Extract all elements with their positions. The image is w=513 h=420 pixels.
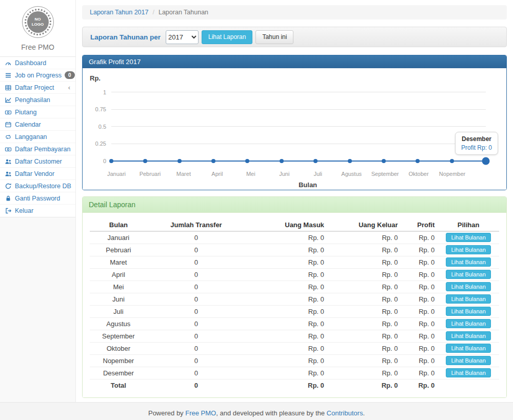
chart-zero-line <box>111 161 486 162</box>
lihat-bulanan-button[interactable]: Lihat Bulanan <box>446 282 490 291</box>
sidebar-item-daftar-pembayaran[interactable]: Daftar Pembayaran <box>0 143 75 155</box>
table-row: September 0 Rp. 0 Rp. 0 Rp. 0 Lihat Bula… <box>90 330 499 342</box>
profit-chart: Rp. 1 0.75 0.5 0.25 <box>83 68 506 190</box>
table-row: Mei 0 Rp. 0 Rp. 0 Rp. 0 Lihat Bulanan <box>90 281 499 293</box>
table-row: Desember 0 Rp. 0 Rp. 0 Rp. 0 Lihat Bulan… <box>90 367 499 379</box>
sidebar-item-label: Piutang <box>15 109 71 116</box>
cell-uang-masuk: Rp. 0 <box>245 293 327 305</box>
breadcrumb-link[interactable]: Laporan Tahun 2017 <box>90 9 148 16</box>
table-row: Januari 0 Rp. 0 Rp. 0 Rp. 0 Lihat Bulana… <box>90 231 499 244</box>
lihat-bulanan-button[interactable]: Lihat Bulanan <box>446 331 490 341</box>
main-content: Laporan Tahun 2017 / Laporan Tahunan Lap… <box>76 0 513 402</box>
sidebar-item-daftar-project[interactable]: Daftar Project ‹ <box>0 82 75 94</box>
lihat-bulanan-button[interactable]: Lihat Bulanan <box>446 270 490 279</box>
cell-uang-keluar: Rp. 0 <box>327 244 401 256</box>
free-pmo-link[interactable]: Free PMO <box>185 409 216 417</box>
sidebar-item-daftar-customer[interactable]: Daftar Customer <box>0 155 75 168</box>
data-point[interactable] <box>482 157 490 165</box>
logo-block: NO LOGO Free PMO <box>0 0 75 56</box>
sidebar-item-backup-restore-db[interactable]: Backup/Restore DB <box>0 180 75 192</box>
cell-profit: Rp. 0 <box>401 367 438 379</box>
x-axis-title: Bulan <box>116 181 499 189</box>
detail-panel-title: Detail Laporan <box>83 197 506 213</box>
contributors-link[interactable]: Contributors <box>327 409 363 417</box>
cell-uang-keluar: Rp. 0 <box>327 317 401 330</box>
table-row: Juni 0 Rp. 0 Rp. 0 Rp. 0 Lihat Bulanan <box>90 293 499 305</box>
money-icon <box>4 146 12 153</box>
x-axis-label: Pebruari <box>140 171 161 177</box>
filter-label: Laporan Tahunan per <box>90 33 161 41</box>
data-point[interactable] <box>245 159 249 163</box>
lihat-bulanan-button[interactable]: Lihat Bulanan <box>446 319 490 328</box>
lihat-bulanan-button[interactable]: Lihat Bulanan <box>446 368 490 377</box>
total-profit: Rp. 0 <box>401 379 438 391</box>
sidebar-item-penghasilan[interactable]: Penghasilan <box>0 94 75 106</box>
cell-jumlah-transfer: 0 <box>147 256 246 268</box>
sidebar-item-dashboard[interactable]: Dashboard <box>0 57 75 69</box>
lihat-bulanan-button[interactable]: Lihat Bulanan <box>446 356 490 365</box>
cell-uang-keluar: Rp. 0 <box>327 367 401 379</box>
col-bulan: Bulan <box>90 219 147 231</box>
dashboard-icon <box>4 59 12 67</box>
sidebar-item-daftar-vendor[interactable]: Daftar Vendor <box>0 168 75 180</box>
cell-bulan: Oktober <box>90 342 147 354</box>
table-row: Pebruari 0 Rp. 0 Rp. 0 Rp. 0 Lihat Bulan… <box>90 244 499 256</box>
sidebar-item-label: Ganti Password <box>15 195 71 202</box>
cell-uang-keluar: Rp. 0 <box>327 305 401 317</box>
sidebar-item-langganan[interactable]: Langganan <box>0 131 75 143</box>
data-point[interactable] <box>348 159 352 163</box>
table-total-row: Total 0 Rp. 0 Rp. 0 Rp. 0 <box>90 379 499 391</box>
lihat-laporan-button[interactable]: Lihat Laporan <box>202 30 252 44</box>
cell-uang-masuk: Rp. 0 <box>245 367 327 379</box>
logo-text: NO LOGO <box>32 17 44 28</box>
year-select[interactable]: 2017 <box>166 30 199 44</box>
lihat-bulanan-button[interactable]: Lihat Bulanan <box>446 294 490 304</box>
sidebar-item-job-on-progress[interactable]: Job on Progress 0 <box>0 69 75 82</box>
cell-jumlah-transfer: 0 <box>147 244 246 256</box>
cell-uang-masuk: Rp. 0 <box>245 231 327 244</box>
cell-jumlah-transfer: 0 <box>147 305 246 317</box>
cell-uang-masuk: Rp. 0 <box>245 342 327 354</box>
data-point[interactable] <box>280 159 284 163</box>
data-point[interactable] <box>211 159 215 163</box>
detail-report-panel: Detail Laporan Bulan Jumlah Transfer Uan… <box>82 196 507 398</box>
data-point[interactable] <box>450 159 454 163</box>
data-point[interactable] <box>143 159 147 163</box>
tahun-ini-button[interactable]: Tahun ini <box>255 30 293 44</box>
total-transfer: 0 <box>147 379 246 391</box>
data-point[interactable] <box>109 159 113 163</box>
cell-profit: Rp. 0 <box>401 305 438 317</box>
data-point[interactable] <box>416 159 420 163</box>
sidebar-item-keluar[interactable]: Keluar <box>0 205 75 217</box>
cell-uang-masuk: Rp. 0 <box>245 330 327 342</box>
cell-profit: Rp. 0 <box>401 256 438 268</box>
lihat-bulanan-button[interactable]: Lihat Bulanan <box>446 233 490 242</box>
sidebar-item-ganti-password[interactable]: Ganti Password <box>0 192 75 205</box>
lihat-bulanan-button[interactable]: Lihat Bulanan <box>446 344 490 353</box>
lihat-bulanan-button[interactable]: Lihat Bulanan <box>446 307 490 316</box>
cell-jumlah-transfer: 0 <box>147 293 246 305</box>
sidebar-item-label: Daftar Pembayaran <box>15 146 71 153</box>
sidebar-item-label: Job on Progress <box>15 72 62 79</box>
refresh-icon <box>4 183 12 190</box>
data-point[interactable] <box>313 159 318 163</box>
total-keluar: Rp. 0 <box>327 379 401 391</box>
x-axis-label: Nopember <box>439 171 465 177</box>
cell-profit: Rp. 0 <box>401 244 438 256</box>
footer: Powered by Free PMO, and developed with … <box>0 402 513 420</box>
cell-uang-masuk: Rp. 0 <box>245 268 327 281</box>
cell-jumlah-transfer: 0 <box>147 268 246 281</box>
data-point[interactable] <box>177 159 182 163</box>
sidebar-item-label: Daftar Vendor <box>15 170 71 177</box>
cell-bulan: Juli <box>90 305 147 317</box>
cell-bulan: Januari <box>90 231 147 244</box>
sidebar-item-calendar[interactable]: Calendar <box>0 118 75 131</box>
y-axis-tick: 0.25 <box>90 141 111 147</box>
lihat-bulanan-button[interactable]: Lihat Bulanan <box>446 257 490 267</box>
cell-uang-keluar: Rp. 0 <box>327 231 401 244</box>
y-axis-tick: 0.5 <box>90 124 111 130</box>
lihat-bulanan-button[interactable]: Lihat Bulanan <box>446 245 490 254</box>
cell-jumlah-transfer: 0 <box>147 317 246 330</box>
data-point[interactable] <box>382 159 386 163</box>
sidebar-item-piutang[interactable]: Piutang <box>0 106 75 118</box>
